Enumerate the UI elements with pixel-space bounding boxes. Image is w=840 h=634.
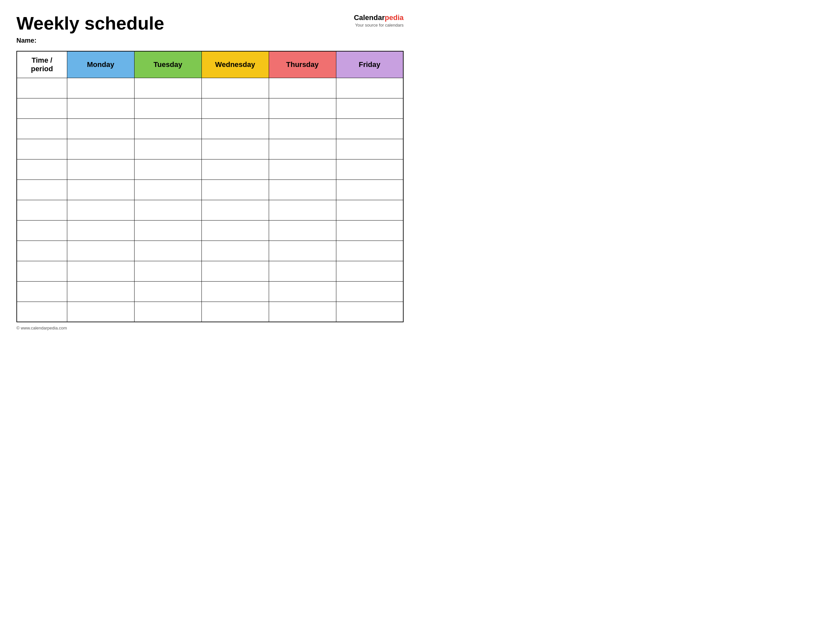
title-area: Weekly schedule xyxy=(16,13,354,33)
table-cell[interactable] xyxy=(269,200,336,220)
table-cell[interactable] xyxy=(336,240,403,261)
table-row xyxy=(17,159,403,180)
table-row xyxy=(17,220,403,240)
table-cell[interactable] xyxy=(134,119,202,139)
table-cell[interactable] xyxy=(67,220,134,240)
table-cell[interactable] xyxy=(269,180,336,200)
table-cell[interactable] xyxy=(336,98,403,119)
table-cell[interactable] xyxy=(134,180,202,200)
table-row xyxy=(17,302,403,322)
table-cell[interactable] xyxy=(134,302,202,322)
col-header-friday: Friday xyxy=(336,51,403,78)
table-cell[interactable] xyxy=(67,159,134,180)
table-cell[interactable] xyxy=(202,119,269,139)
table-cell[interactable] xyxy=(17,159,67,180)
col-header-thursday: Thursday xyxy=(269,51,336,78)
footer: © www.calendarpedia.com xyxy=(16,325,404,331)
table-cell[interactable] xyxy=(134,78,202,98)
table-cell[interactable] xyxy=(269,240,336,261)
brand-tagline: Your source for calendars xyxy=(354,23,404,28)
table-cell[interactable] xyxy=(67,98,134,119)
table-cell[interactable] xyxy=(269,261,336,281)
brand-name-part2: pedia xyxy=(385,13,404,22)
table-cell[interactable] xyxy=(202,139,269,159)
copyright-text: © www.calendarpedia.com xyxy=(16,326,67,330)
table-row xyxy=(17,119,403,139)
table-cell[interactable] xyxy=(269,78,336,98)
col-header-tuesday: Tuesday xyxy=(134,51,202,78)
table-cell[interactable] xyxy=(336,200,403,220)
table-cell[interactable] xyxy=(202,78,269,98)
table-cell[interactable] xyxy=(67,261,134,281)
table-cell[interactable] xyxy=(202,240,269,261)
table-cell[interactable] xyxy=(202,200,269,220)
table-cell[interactable] xyxy=(269,159,336,180)
table-cell[interactable] xyxy=(336,281,403,302)
table-cell[interactable] xyxy=(67,302,134,322)
table-cell[interactable] xyxy=(202,302,269,322)
table-cell[interactable] xyxy=(67,78,134,98)
table-cell[interactable] xyxy=(67,281,134,302)
table-cell[interactable] xyxy=(17,78,67,98)
table-cell[interactable] xyxy=(202,180,269,200)
table-cell[interactable] xyxy=(269,139,336,159)
table-cell[interactable] xyxy=(336,302,403,322)
table-row xyxy=(17,240,403,261)
table-cell[interactable] xyxy=(336,119,403,139)
page-title: Weekly schedule xyxy=(16,13,354,33)
name-row: Name: xyxy=(16,37,404,44)
table-cell[interactable] xyxy=(336,261,403,281)
table-cell[interactable] xyxy=(17,281,67,302)
table-cell[interactable] xyxy=(336,78,403,98)
table-cell[interactable] xyxy=(134,220,202,240)
table-cell[interactable] xyxy=(134,98,202,119)
table-cell[interactable] xyxy=(134,240,202,261)
brand-area: Calendarpedia Your source for calendars xyxy=(354,13,404,28)
table-cell[interactable] xyxy=(269,119,336,139)
table-row xyxy=(17,78,403,98)
table-cell[interactable] xyxy=(17,240,67,261)
table-row xyxy=(17,180,403,200)
table-cell[interactable] xyxy=(202,281,269,302)
col-header-time: Time / period xyxy=(17,51,67,78)
table-cell[interactable] xyxy=(67,139,134,159)
table-cell[interactable] xyxy=(17,180,67,200)
table-header-row: Time / period Monday Tuesday Wednesday T… xyxy=(17,51,403,78)
brand-name-part1: Calendar xyxy=(354,13,385,22)
table-cell[interactable] xyxy=(17,261,67,281)
table-cell[interactable] xyxy=(134,159,202,180)
table-cell[interactable] xyxy=(17,139,67,159)
table-cell[interactable] xyxy=(67,119,134,139)
table-cell[interactable] xyxy=(17,200,67,220)
brand-name: Calendarpedia xyxy=(354,13,404,23)
table-cell[interactable] xyxy=(67,200,134,220)
table-cell[interactable] xyxy=(67,180,134,200)
table-cell[interactable] xyxy=(202,261,269,281)
table-cell[interactable] xyxy=(202,159,269,180)
table-row xyxy=(17,261,403,281)
table-cell[interactable] xyxy=(134,281,202,302)
table-cell[interactable] xyxy=(202,98,269,119)
table-row xyxy=(17,98,403,119)
table-cell[interactable] xyxy=(134,139,202,159)
table-cell[interactable] xyxy=(269,220,336,240)
table-cell[interactable] xyxy=(17,302,67,322)
table-cell[interactable] xyxy=(336,220,403,240)
table-cell[interactable] xyxy=(202,220,269,240)
table-cell[interactable] xyxy=(336,139,403,159)
table-cell[interactable] xyxy=(269,302,336,322)
col-header-monday: Monday xyxy=(67,51,134,78)
table-cell[interactable] xyxy=(17,119,67,139)
schedule-table: Time / period Monday Tuesday Wednesday T… xyxy=(16,51,404,323)
table-cell[interactable] xyxy=(17,98,67,119)
table-cell[interactable] xyxy=(336,180,403,200)
name-label: Name: xyxy=(16,37,36,44)
table-cell[interactable] xyxy=(134,261,202,281)
table-cell[interactable] xyxy=(17,220,67,240)
table-cell[interactable] xyxy=(269,98,336,119)
table-cell[interactable] xyxy=(336,159,403,180)
table-cell[interactable] xyxy=(67,240,134,261)
table-row xyxy=(17,139,403,159)
table-cell[interactable] xyxy=(134,200,202,220)
table-cell[interactable] xyxy=(269,281,336,302)
